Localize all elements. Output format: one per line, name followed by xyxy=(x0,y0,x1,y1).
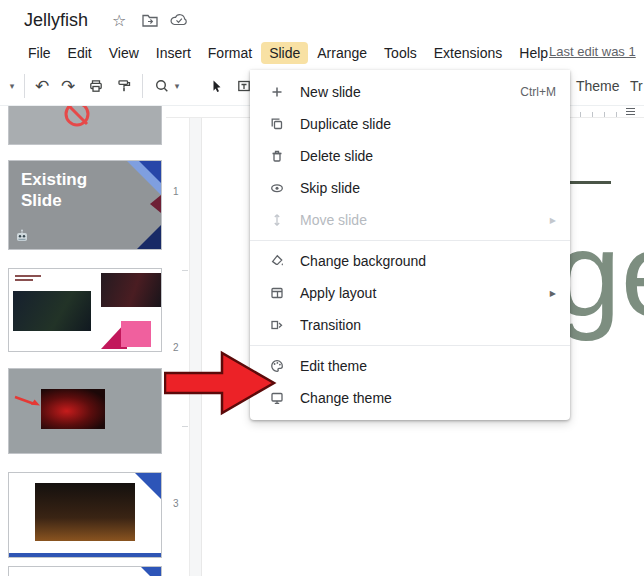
menu-item-label: Move slide xyxy=(300,212,542,228)
slide-filmstrip[interactable]: Existing Slide xyxy=(0,104,166,576)
toolbar-overflow-caret[interactable]: ▾ xyxy=(0,74,24,98)
menu-item-label: New slide xyxy=(300,84,520,100)
red-arrow-annotation xyxy=(164,348,278,418)
submenu-arrow-icon: ▶ xyxy=(550,216,556,225)
menu-item-label: Edit theme xyxy=(300,358,556,374)
slide-thumbnail-5[interactable] xyxy=(8,472,162,558)
corner-triangle xyxy=(141,567,161,576)
slide-thumbnail-1[interactable] xyxy=(8,104,162,145)
edge-triangle xyxy=(150,195,161,213)
menubar-format[interactable]: Format xyxy=(200,42,260,64)
chevron-down-icon: ▾ xyxy=(175,81,180,91)
menu-item-move-slide[interactable]: Move slide ▶ xyxy=(250,204,570,236)
cloud-saved-icon[interactable] xyxy=(170,13,188,26)
last-edit-link[interactable]: Last edit was 1 xyxy=(549,44,636,59)
menu-item-transition[interactable]: Transition xyxy=(250,309,570,341)
menu-item-label: Change theme xyxy=(300,390,556,406)
menu-item-change-theme[interactable]: Change theme xyxy=(250,382,570,414)
menubar-view[interactable]: View xyxy=(101,42,147,64)
menu-separator xyxy=(250,345,570,346)
title-bar: Jellyfish ☆ xyxy=(0,0,644,40)
menu-item-edit-theme[interactable]: Edit theme xyxy=(250,350,570,382)
duplicate-icon xyxy=(268,115,286,133)
undo-icon: ↶ xyxy=(35,78,49,95)
paint-roller-icon xyxy=(116,78,132,94)
menu-item-label: Delete slide xyxy=(300,148,556,164)
jellyfish-image xyxy=(41,389,105,429)
move-up-down-icon xyxy=(268,211,286,229)
menubar-extensions[interactable]: Extensions xyxy=(426,42,510,64)
paint-bucket-icon xyxy=(268,252,286,270)
zoom-caret[interactable]: ▾ xyxy=(170,74,184,98)
menubar-edit[interactable]: Edit xyxy=(60,42,100,64)
slide-thumbnail-4[interactable] xyxy=(8,368,162,454)
slide-thumbnail-6[interactable] xyxy=(8,566,162,576)
slide-divider-line xyxy=(563,181,611,184)
menubar-insert[interactable]: Insert xyxy=(148,42,199,64)
accent-square xyxy=(121,321,151,347)
menu-item-apply-layout[interactable]: Apply layout ▶ xyxy=(250,277,570,309)
undo-button[interactable]: ↶ xyxy=(30,74,54,98)
plus-icon xyxy=(268,83,286,101)
vertical-ruler[interactable]: 1 2 3 xyxy=(166,118,190,576)
menu-bar: File Edit View Insert Format Slide Arran… xyxy=(20,40,557,66)
menu-item-new-slide[interactable]: New slide Ctrl+M xyxy=(250,76,570,108)
menu-item-delete-slide[interactable]: Delete slide xyxy=(250,140,570,172)
theme-button[interactable]: Theme xyxy=(572,76,624,96)
indent-marker-icon[interactable] xyxy=(626,108,635,116)
redo-button[interactable]: ↷ xyxy=(56,74,80,98)
menubar-tools[interactable]: Tools xyxy=(376,42,425,64)
menubar-slide[interactable]: Slide xyxy=(261,42,308,64)
menu-separator xyxy=(250,240,570,241)
submenu-arrow-icon: ▶ xyxy=(550,289,556,298)
slide-thumbnail-3[interactable] xyxy=(8,268,162,352)
robot-icon xyxy=(14,228,30,244)
slide-image xyxy=(13,291,91,331)
menu-item-skip-slide[interactable]: Skip slide xyxy=(250,172,570,204)
printer-icon xyxy=(88,78,104,94)
eye-icon xyxy=(268,179,286,197)
tiny-text-line xyxy=(15,275,41,277)
google-slides-app: Jellyfish ☆ File Edit View Insert Format… xyxy=(0,0,644,576)
magnifier-icon xyxy=(154,78,170,94)
ruler-mark: 3 xyxy=(173,498,179,509)
menubar-file[interactable]: File xyxy=(20,42,59,64)
menu-item-label: Apply layout xyxy=(300,285,542,301)
slide-image xyxy=(101,273,161,307)
transition-button[interactable]: Tr xyxy=(626,76,644,96)
toolbar-divider xyxy=(142,74,143,98)
corner-triangle xyxy=(139,161,161,183)
tiny-text-line xyxy=(15,279,33,281)
menu-item-change-background[interactable]: Change background xyxy=(250,245,570,277)
menubar-arrange[interactable]: Arrange xyxy=(309,42,375,64)
print-button[interactable] xyxy=(84,74,108,98)
chevron-down-icon: ▾ xyxy=(10,81,15,91)
trash-icon xyxy=(268,147,286,165)
menu-item-label: Duplicate slide xyxy=(300,116,556,132)
cursor-icon xyxy=(208,78,224,94)
menu-item-shortcut: Ctrl+M xyxy=(520,85,556,99)
toolbar-divider xyxy=(24,74,25,98)
corner-triangle xyxy=(135,473,161,499)
menu-item-label: Transition xyxy=(300,317,556,333)
menu-item-label: Change background xyxy=(300,253,556,269)
slide-title-text: Existing Slide xyxy=(21,169,109,212)
transition-icon xyxy=(268,316,286,334)
ruler-mark: 1 xyxy=(173,186,179,197)
concert-image xyxy=(35,483,135,541)
menu-item-label: Skip slide xyxy=(300,180,556,196)
star-icon[interactable]: ☆ xyxy=(112,13,126,29)
small-arrow-annotation-icon xyxy=(13,393,43,411)
document-title[interactable]: Jellyfish xyxy=(24,10,88,31)
menu-item-duplicate-slide[interactable]: Duplicate slide xyxy=(250,108,570,140)
corner-triangle xyxy=(137,225,161,249)
slide-context-menu: New slide Ctrl+M Duplicate slide Delete … xyxy=(250,70,570,420)
redo-icon: ↷ xyxy=(61,78,75,95)
accent-strip xyxy=(9,553,161,557)
move-folder-icon[interactable] xyxy=(142,13,158,27)
layout-icon xyxy=(268,284,286,302)
slide-thumbnail-2[interactable]: Existing Slide xyxy=(8,160,162,250)
select-tool-button[interactable] xyxy=(204,74,228,98)
paint-format-button[interactable] xyxy=(112,74,136,98)
workspace-gutter xyxy=(190,118,202,576)
